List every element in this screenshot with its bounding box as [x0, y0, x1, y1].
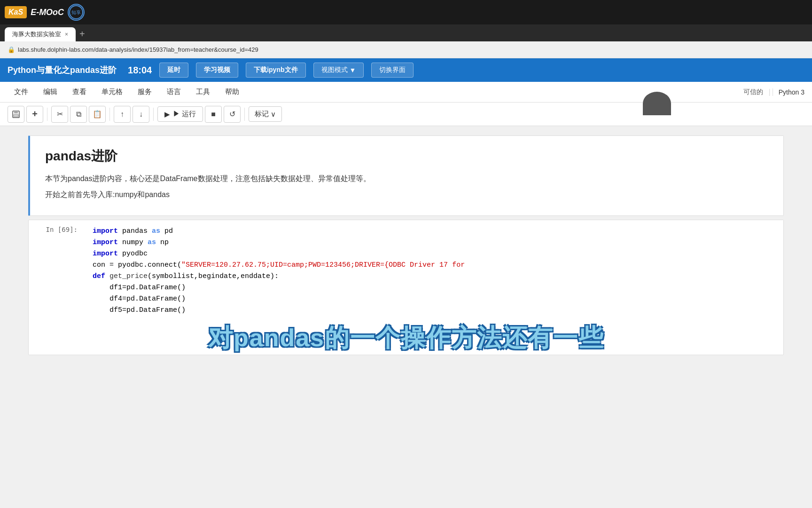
menu-service[interactable]: 服务 [131, 85, 158, 99]
restart-icon: ↺ [229, 110, 235, 119]
svg-rect-3 [14, 111, 18, 113]
svg-text:知享: 知享 [71, 10, 81, 15]
study-video-button[interactable]: 学习视频 [196, 63, 238, 78]
notebook-time: 18:04 [128, 65, 152, 76]
code-line-4: con = pyodbc.connect("SERVER=120.27.62.7… [93, 260, 776, 271]
separator-2 [109, 108, 110, 121]
avatar-dropdown[interactable] [643, 92, 671, 115]
menu-bar: 文件 编辑 查看 单元格 服务 语言 工具 帮助 可信的 | Python 3 [0, 82, 812, 103]
notebook-content: pandas进阶 本节为pandas进阶内容，核心还是DataFrame数据处理… [0, 126, 812, 508]
stop-button[interactable]: ■ [205, 106, 222, 123]
browser-top-bar: KaS E-MOoC 知享 [0, 0, 812, 24]
kernel-info: Python 3 [773, 88, 804, 96]
save-button[interactable] [8, 106, 24, 123]
code-line-7: df4=pd.DataFrame() [93, 294, 776, 305]
copy-icon: ⧉ [76, 110, 81, 119]
chevron-down-icon: ▼ [350, 66, 356, 74]
marker-dropdown[interactable]: 标记 ∨ [249, 106, 282, 122]
code-area[interactable]: import pandas as pd import numpy as np i… [85, 220, 783, 322]
code-cell[interactable]: In [69]: import pandas as pd import nump… [28, 220, 784, 355]
move-up-button[interactable]: ↑ [114, 106, 131, 123]
dropdown-arrow-icon: ∨ [271, 110, 276, 119]
stop-icon: ■ [211, 110, 216, 119]
knowledge-logo: 知享 [68, 4, 85, 21]
address-text[interactable]: labs.shufe.dolphin-labs.com/data-analysi… [18, 46, 258, 53]
markdown-cell-content: pandas进阶 本节为pandas进阶内容，核心还是DataFrame数据处理… [30, 136, 783, 215]
scissors-icon: ✂ [57, 110, 63, 119]
separator-1 [47, 108, 47, 121]
address-bar: 🔒 labs.shufe.dolphin-labs.com/data-analy… [0, 41, 812, 58]
menu-tools[interactable]: 工具 [189, 85, 217, 99]
add-cell-button[interactable]: + [26, 106, 43, 123]
separator-4 [244, 108, 245, 121]
code-line-8: df5=pd.DataFrame() [93, 305, 776, 316]
logos: KaS E-MOoC 知享 [5, 4, 85, 21]
cell-prompt: In [69]: [29, 220, 85, 322]
run-label: ▶ 运行 [173, 110, 196, 119]
view-mode-button[interactable]: 视图模式 ▼ [313, 63, 364, 78]
menu-view[interactable]: 查看 [66, 85, 93, 99]
code-line-3: import pyodbc [93, 248, 776, 260]
menu-language[interactable]: 语言 [160, 85, 187, 99]
code-line-2: import numpy as np [93, 237, 776, 248]
menu-file[interactable]: 文件 [8, 85, 35, 99]
arrow-down-icon: ↓ [139, 110, 143, 119]
notebook-title: Python与量化之pandas进阶 [8, 64, 117, 76]
menu-cell[interactable]: 单元格 [95, 85, 129, 99]
svg-rect-4 [14, 114, 18, 117]
notebook-header: Python与量化之pandas进阶 18:04 延时 学习视频 下载ipynb… [0, 58, 812, 82]
lock-icon: 🔒 [8, 46, 15, 53]
paste-icon: 📋 [93, 110, 102, 119]
play-icon: ▶ [164, 110, 170, 119]
switch-button[interactable]: 切换界面 [371, 63, 414, 78]
code-cell-inner: In [69]: import pandas as pd import nump… [29, 220, 783, 322]
paste-button[interactable]: 📋 [89, 106, 106, 123]
active-tab[interactable]: 海豚大数据实验室 × [5, 27, 76, 41]
emooc-logo: E-MOoC [31, 8, 64, 17]
menu-help[interactable]: 帮助 [219, 85, 246, 99]
subtitle-text: 对pandas的一个操作方法还有一些 [208, 322, 604, 355]
move-down-button[interactable]: ↓ [133, 106, 149, 123]
menu-edit[interactable]: 编辑 [37, 85, 64, 99]
notebook-wrapper: pandas进阶 本节为pandas进阶内容，核心还是DataFrame数据处理… [28, 135, 784, 355]
plus-icon: + [32, 109, 38, 119]
run-button[interactable]: ▶ ▶ 运行 [157, 106, 203, 122]
delay-button[interactable]: 延时 [159, 63, 188, 78]
code-line-6: df1=pd.DataFrame() [93, 282, 776, 294]
cut-button[interactable]: ✂ [51, 106, 68, 123]
marker-label: 标记 [255, 110, 269, 119]
kas-logo: KaS [5, 6, 27, 18]
tab-label: 海豚大数据实验室 [12, 30, 61, 39]
new-tab-button[interactable]: + [79, 29, 85, 40]
toolbar: + ✂ ⧉ 📋 ↑ ↓ ▶ ▶ 运行 ■ ↺ 标记 ∨ [0, 103, 812, 126]
arrow-up-icon: ↑ [120, 110, 124, 119]
code-line-5: def get_price(symbollist,begindate,endda… [93, 271, 776, 282]
markdown-cell: pandas进阶 本节为pandas进阶内容，核心还是DataFrame数据处理… [28, 135, 784, 216]
markdown-text-2: 开始之前首先导入库:numpy和pandas [45, 189, 768, 201]
tab-bar: 海豚大数据实验室 × + [0, 24, 812, 41]
separator-3 [153, 108, 154, 121]
trusted-badge: 可信的 [743, 88, 763, 96]
markdown-text-1: 本节为pandas进阶内容，核心还是DataFrame数据处理，注意包括缺失数据… [45, 173, 768, 185]
view-mode-label: 视图模式 [321, 66, 348, 74]
menu-divider: | [769, 88, 771, 96]
markdown-title: pandas进阶 [45, 147, 768, 165]
restart-button[interactable]: ↺ [224, 106, 241, 123]
code-line-1: import pandas as pd [93, 226, 776, 237]
tab-close-button[interactable]: × [65, 31, 68, 38]
copy-button[interactable]: ⧉ [70, 106, 87, 123]
download-button[interactable]: 下载ipynb文件 [246, 63, 305, 78]
